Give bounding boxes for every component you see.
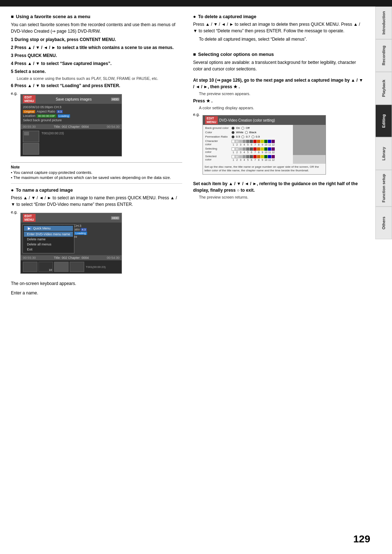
selected-sw-8 xyxy=(257,155,260,158)
step-5-sub: Locate a scene using the buttons such as… xyxy=(17,76,182,81)
header-badge-hdd-1: HDD xyxy=(111,98,119,101)
char-sw-8 xyxy=(257,140,260,143)
eg-row-1: e.g. EDITMENU Save captures images HDD 2… xyxy=(11,91,182,159)
tab-editing[interactable]: Editing xyxy=(375,105,392,137)
sel-sw-5 xyxy=(246,147,249,151)
ss1-badge-original: Original xyxy=(23,110,35,113)
color-step-3-sub: The preview screen returns. xyxy=(199,195,364,199)
step-6-text: 6 Press ▲ / ▼ to select “Loading” and pr… xyxy=(11,83,120,88)
sel-sw-11 xyxy=(268,147,271,151)
radio-09 xyxy=(252,135,254,138)
qm-footer-time1: 00:55:30 xyxy=(23,256,36,260)
qm-loading: Loading xyxy=(74,232,87,235)
qm-enter-name[interactable]: Enter DVD-Video menu name xyxy=(24,232,73,237)
color-select-radios: White Black xyxy=(232,131,256,134)
tab-playback[interactable]: Playback xyxy=(375,72,392,105)
color-preview-top xyxy=(293,125,326,155)
selecting-color-row: Selectingcolor xyxy=(205,147,291,154)
side-tabs: Introduction Recording Playback Editing … xyxy=(375,7,392,239)
permeation-label: Permeation Ratio xyxy=(205,135,230,138)
qm-thumb-label: T001(00:00:23) xyxy=(86,265,106,269)
tab-library[interactable]: Library xyxy=(375,137,392,170)
radio-off xyxy=(241,127,244,130)
qm-thumb-2: 10 xyxy=(38,262,53,272)
qm-delete-all[interactable]: Delete all menus xyxy=(24,242,73,247)
radio-05-label: 0.5 xyxy=(236,135,240,138)
ss1-select-text: Select back ground picture xyxy=(23,118,62,122)
bullet-heading-name: To name a captured image xyxy=(11,187,182,193)
header-title-1: Save captures images xyxy=(56,97,91,101)
tab-recording[interactable]: Recording xyxy=(375,39,392,72)
char-swatch-row1 xyxy=(232,140,275,143)
color-select-label: Color xyxy=(205,131,230,134)
radio-05 xyxy=(232,135,234,138)
selected-sw-5 xyxy=(246,155,249,158)
selecting-color-label: Selectingcolor xyxy=(205,147,230,154)
selected-swatches: 1 2 3 4 5 6 7 8 9 10 xyxy=(232,155,275,161)
tab-function-setup[interactable]: Function setup xyxy=(375,170,392,207)
radio-black-label: Black xyxy=(249,131,257,134)
ss1-thumb-2 xyxy=(23,143,39,155)
delete-sub-text: To delete all captured images, select “D… xyxy=(199,36,364,42)
note-title: Note xyxy=(11,165,182,169)
tab-introduction[interactable]: Introduction xyxy=(375,7,392,39)
sel-sw-7 xyxy=(253,147,257,151)
qm-thumb-3 xyxy=(54,262,69,272)
selected-sw-2 xyxy=(235,155,238,158)
char-sw-6 xyxy=(250,140,253,143)
screenshot-1-footer: 00:55:30 Title: 002 Chapter: 0004 00:54:… xyxy=(21,124,122,129)
step-2-text: Press ▲ / ▼ / ◄ / ► to select a title wh… xyxy=(15,45,173,50)
note-item-1: You cannot capture copy-protected conten… xyxy=(11,170,182,175)
bottom-note-1: The on-screen keyboard appears. xyxy=(11,281,182,286)
color-select-row: Color White Black xyxy=(205,131,291,134)
ss1-row3: Location 00:00:00:03F Loading xyxy=(23,114,119,118)
tab-others[interactable]: Others xyxy=(375,207,392,239)
qm-menu-title: ▶ Quick Menu xyxy=(24,226,73,231)
char-color-label: Charactercolor xyxy=(205,139,230,146)
quick-menu: ▶ Quick Menu Enter DVD-Video menu name D… xyxy=(23,224,74,253)
sel-swatch-row1 xyxy=(232,147,275,151)
ss1-badge-loading: Loading xyxy=(58,114,70,118)
char-sw-12 xyxy=(271,140,275,143)
color-step-1: At step 10 (⇒ page 126), go to the next … xyxy=(193,77,364,90)
section-heading-color: Selecting color options on menus xyxy=(193,52,364,57)
sel-swatch-numbers: 1 2 3 4 5 6 7 8 9 10 xyxy=(232,151,275,154)
qm-delete-name[interactable]: Delete name xyxy=(24,237,73,242)
top-bar xyxy=(0,0,392,7)
ss1-row4: Select back ground picture xyxy=(23,118,119,122)
qm-thumb-1 xyxy=(23,262,37,272)
main-content: Using a favorite scene as a menu You can… xyxy=(0,7,375,306)
eg-row-color: e.g. EDITMENU DVD-Video Creation (color … xyxy=(193,112,364,178)
qm-footer-time2: 00:54:30 xyxy=(107,256,119,260)
char-sw-9 xyxy=(261,140,264,143)
char-sw-10 xyxy=(264,140,268,143)
selected-sw-6 xyxy=(250,155,253,158)
color-header-title: DVD-Video Creation (color setting) xyxy=(219,118,275,122)
color-step-1-text: At step 10 (⇒ page 126), go to the next … xyxy=(193,78,363,89)
qm-exit[interactable]: Exit xyxy=(24,247,73,252)
sel-sw-8 xyxy=(257,147,260,151)
radio-on xyxy=(232,127,234,130)
color-body: Back ground color On Off Color Whi xyxy=(203,125,326,164)
ss1-row1: 2003/06/10 05:09pm CH:3 xyxy=(23,105,119,109)
eg-label-2: e.g. xyxy=(11,210,17,214)
ss1-row2: Original Aspect Ratio 4:3 xyxy=(23,110,119,113)
delete-text: Press ▲ / ▼ / ◄ / ► to select an image t… xyxy=(193,21,364,34)
qm-num: 10 xyxy=(48,268,53,272)
ss1-footer-title: Title: 002 Chapter: 0004 xyxy=(54,125,89,129)
eg-row-2: e.g. EDITMENU HDD ▶ Quick M xyxy=(11,210,182,277)
radio-off-label: Off xyxy=(246,126,250,130)
step-1-num: 1 xyxy=(11,37,15,42)
qm-thumbnails: 10 T001(00:00:23) xyxy=(21,260,122,273)
permeation-row: Permeation Ratio 0.5 0.7 0.9 xyxy=(205,135,291,138)
ss1-badge-ratio: 4:3 xyxy=(57,110,63,113)
radio-black xyxy=(245,131,248,134)
selecting-swatches: 1 2 3 4 5 6 7 8 9 10 xyxy=(232,147,275,154)
selected-sw-3 xyxy=(239,155,242,158)
radio-07 xyxy=(241,135,244,138)
sel-sw-6 xyxy=(250,147,253,151)
screenshot-1-body: 2003/06/10 05:09pm CH:3 Original Aspect … xyxy=(21,104,122,124)
step-5: 5 Select a scene. xyxy=(11,68,182,75)
char-sw-2 xyxy=(235,140,238,143)
ss1-footer-time2: 00:54:30 xyxy=(107,125,119,129)
